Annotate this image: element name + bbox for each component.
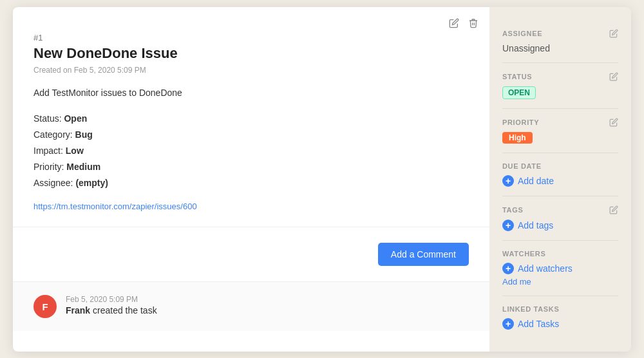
issue-number: #1 [33, 33, 469, 42]
add-watchers-icon: + [502, 263, 514, 274]
status-edit-icon[interactable] [609, 72, 618, 81]
add-watchers-text: Add watchers [518, 263, 573, 274]
field-status: Status: Open [33, 111, 469, 127]
delete-icon[interactable] [468, 17, 479, 29]
sidebar-tags-section: TAGS + Add tags [502, 196, 618, 241]
tags-edit-icon[interactable] [609, 205, 618, 214]
sidebar-status-section: STATUS OPEN [502, 63, 618, 109]
linked-tasks-label: LINKED TASKS [502, 305, 559, 313]
sidebar: ASSIGNEE Unassigned STATUS OPEN PRIORI [489, 7, 631, 352]
add-date-link[interactable]: + Add date [502, 175, 618, 187]
status-badge: OPEN [502, 86, 618, 99]
issue-fields: Status: Open Category: Bug Impact: Low P… [33, 111, 469, 192]
assignee-label: ASSIGNEE [502, 30, 542, 37]
add-tags-text: Add tags [518, 220, 553, 231]
add-date-text: Add date [518, 176, 554, 186]
issue-link: https://tm.testmonitor.com/zapier/issues… [33, 202, 469, 211]
assignee-edit-icon[interactable] [609, 29, 618, 38]
sidebar-watchers-section: WATCHERS + Add watchers Add me [502, 241, 618, 296]
activity-content: Feb 5, 2020 5:09 PM Frank created the ta… [66, 295, 157, 316]
sidebar-priority-section: PRIORITY High [502, 109, 618, 153]
issue-header: #1 New DoneDone Issue Created on Feb 5, … [13, 7, 489, 228]
add-tasks-icon: + [502, 318, 514, 330]
add-watchers-link[interactable]: + Add watchers [502, 263, 618, 274]
field-priority: Priority: Medium [33, 159, 469, 175]
issue-title: New DoneDone Issue [33, 45, 469, 62]
add-tags-icon: + [502, 220, 514, 231]
tags-label: TAGS [502, 206, 523, 214]
priority-label: PRIORITY [502, 118, 539, 126]
field-category: Category: Bug [33, 127, 469, 143]
status-label: STATUS [502, 73, 532, 80]
activity-section: F Feb 5, 2020 5:09 PM Frank created the … [13, 282, 489, 331]
activity-text: Frank created the task [66, 305, 157, 316]
assignee-value: Unassigned [502, 43, 618, 53]
add-tasks-link[interactable]: + Add Tasks [502, 318, 618, 330]
due-date-label: DUE DATE [502, 162, 542, 170]
add-date-icon: + [502, 175, 514, 187]
activity-timestamp: Feb 5, 2020 5:09 PM [66, 295, 157, 304]
add-me-link[interactable]: Add me [502, 277, 618, 287]
watchers-label: WATCHERS [502, 250, 545, 258]
sidebar-linked-tasks-section: LINKED TASKS + Add Tasks [502, 296, 618, 339]
field-impact: Impact: Low [33, 143, 469, 159]
add-tasks-text: Add Tasks [518, 319, 559, 329]
sidebar-assignee-section: ASSIGNEE Unassigned [502, 20, 618, 63]
priority-edit-icon[interactable] [609, 118, 618, 127]
comment-section: Add a Comment [13, 227, 489, 282]
activity-user: Frank [66, 305, 90, 316]
issue-url[interactable]: https://tm.testmonitor.com/zapier/issues… [33, 202, 197, 211]
edit-icon[interactable] [448, 17, 460, 29]
sidebar-due-date-section: DUE DATE + Add date [502, 153, 618, 196]
avatar: F [33, 295, 57, 318]
priority-badge: High [502, 132, 618, 144]
issue-created-at: Created on Feb 5, 2020 5:09 PM [33, 66, 469, 75]
field-assignee: Assignee: (empty) [33, 175, 469, 191]
add-tags-link[interactable]: + Add tags [502, 220, 618, 231]
issue-description: Add TestMonitor issues to DoneDone [33, 88, 469, 98]
issue-actions [448, 17, 479, 29]
add-comment-button[interactable]: Add a Comment [378, 243, 469, 266]
